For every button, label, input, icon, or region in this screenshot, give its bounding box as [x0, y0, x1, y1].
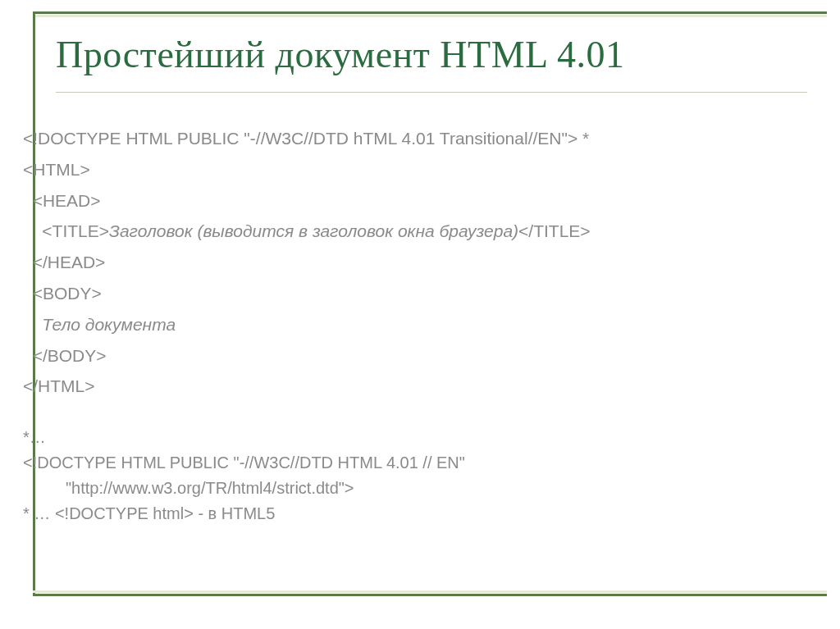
- code-line-title: <TITLE>Заголовок (выводится в заголовок …: [23, 216, 807, 247]
- title-underline: [56, 92, 807, 93]
- code-text: <!DOCTYPE HTML PUBLIC "-//W3C//DTD hTML …: [23, 129, 578, 148]
- slide-content: <!DOCTYPE HTML PUBLIC "-//W3C//DTD hTML …: [23, 123, 807, 526]
- code-line-head-open: <HEAD>: [23, 185, 807, 217]
- code-line-body-open: <BODY>: [23, 278, 807, 309]
- footnote-1: *…: [23, 425, 807, 450]
- frame-bottom: [33, 594, 827, 596]
- slide-title: Простейший документ HTML 4.01: [56, 33, 807, 76]
- footnote-3: * … <!DOCTYPE html> - в HTML5: [23, 501, 807, 526]
- slide: Простейший документ HTML 4.01 <!DOCTYPE …: [0, 0, 840, 629]
- asterisk: *: [578, 129, 589, 148]
- code-text: <TITLE>: [23, 221, 109, 240]
- code-line-head-close: </HEAD>: [23, 247, 807, 278]
- footnote-2-line2: "http://www.w3.org/TR/html4/strict.dtd">: [23, 476, 807, 501]
- code-line-html-close: </HTML>: [23, 371, 807, 402]
- code-italic: Заголовок (выводится в заголовок окна бр…: [109, 221, 518, 240]
- code-line-body-close: </BODY>: [23, 340, 807, 371]
- frame-top: [33, 11, 827, 14]
- code-line-body-content: Тело документа: [23, 309, 807, 340]
- footnote-2-line1: <!DOCTYPE HTML PUBLIC "-//W3C//DTD HTML …: [23, 454, 465, 472]
- code-text: </TITLE>: [518, 221, 591, 240]
- footnote-2: <!DOCTYPE HTML PUBLIC "-//W3C//DTD HTML …: [23, 450, 807, 501]
- code-line-doctype: <!DOCTYPE HTML PUBLIC "-//W3C//DTD hTML …: [23, 123, 807, 154]
- code-line-html-open: <HTML>: [23, 154, 807, 185]
- footnote-block: *… <!DOCTYPE HTML PUBLIC "-//W3C//DTD HT…: [23, 425, 807, 526]
